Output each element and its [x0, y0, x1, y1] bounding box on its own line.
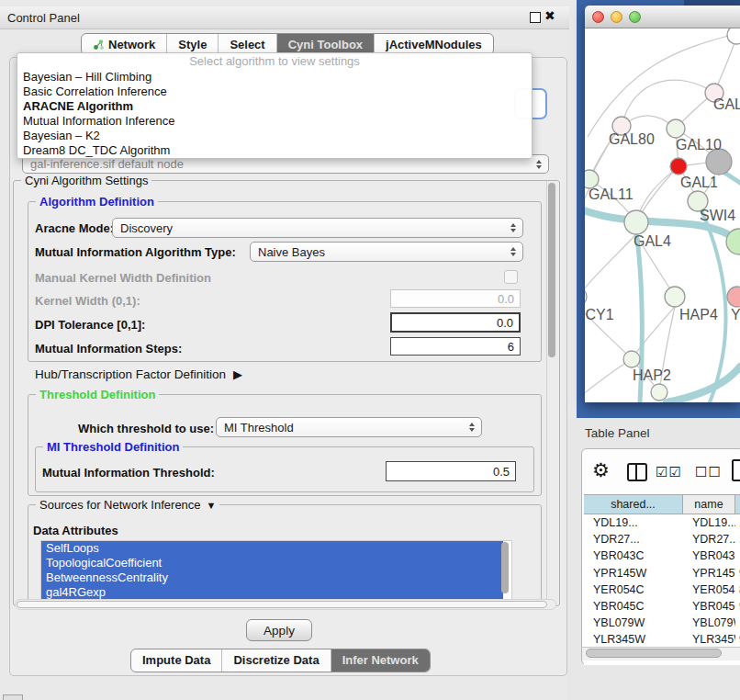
cell-name[interactable]: YBR043C — [683, 548, 735, 564]
tab-discretize-data[interactable]: Discretize Data — [221, 649, 330, 672]
tab-select-label: Select — [230, 38, 264, 51]
dropdown-item[interactable]: Mutual Information Inference — [17, 114, 532, 129]
node-gal1[interactable] — [670, 158, 687, 175]
dropdown-item[interactable]: Basic Correlation Inference — [17, 85, 532, 99]
cell-name[interactable]: YBL079W — [683, 615, 735, 631]
dropdown-item[interactable]: Bayesian – Hill Climbing — [17, 70, 532, 85]
cell-shared-name[interactable]: YDL19... — [584, 514, 683, 531]
tab-impute-data[interactable]: Impute Data — [131, 649, 221, 672]
cell-value[interactable]: 13 — [735, 514, 740, 531]
deselect-columns-icon[interactable]: ☐☐ — [695, 464, 722, 480]
table-row[interactable]: YDL19... YDL19... 13 — [584, 514, 740, 531]
node-label: GAL11 — [589, 186, 633, 202]
float-window-icon[interactable] — [530, 12, 541, 23]
tab-select[interactable]: Select — [218, 34, 275, 54]
dropdown-item[interactable]: Dream8 DC_TDC Algorithm — [17, 143, 532, 158]
cell-shared-name[interactable]: YLR345W — [584, 631, 683, 648]
node-gal4[interactable] — [624, 210, 648, 234]
cell-name[interactable]: YER054C — [683, 581, 735, 598]
table-row[interactable]: YLR345W YLR345W 9. — [584, 631, 740, 648]
sources-group-title[interactable]: Sources for Network Inference ▼ — [36, 498, 219, 512]
node-gal11[interactable] — [585, 170, 599, 188]
tab-cyni-toolbox[interactable]: Cyni Toolbox — [276, 34, 374, 54]
attribute-item[interactable]: BetweennessCentrality — [41, 570, 503, 585]
collapsed-widget[interactable] — [3, 694, 23, 700]
column-header-shared-name[interactable]: shared... — [584, 494, 683, 514]
minimize-traffic-light-icon[interactable] — [611, 11, 622, 23]
cell-name[interactable]: YLR345W — [683, 631, 735, 648]
close-icon[interactable]: ✖ — [544, 8, 555, 23]
dpi-tolerance-input[interactable]: 0.0 — [390, 312, 521, 333]
network-graph: GAL GAL80 GAL10 GAL1 GAL11 SWI4 GAL4 GCY… — [585, 28, 740, 402]
kernel-width-input[interactable]: 0.0 — [390, 289, 521, 308]
settings-vertical-scrollbar-thumb[interactable] — [548, 183, 555, 357]
cell-value[interactable]: 8. — [735, 581, 740, 598]
node-gcy1[interactable] — [585, 288, 587, 306]
mi-threshold-input[interactable]: 0.5 — [386, 461, 516, 481]
tab-network[interactable]: Network — [82, 34, 166, 54]
function-builder-icon[interactable] — [732, 459, 740, 481]
cell-value[interactable]: 12 — [735, 531, 740, 548]
tab-jactivemnodules[interactable]: jActiveMNodules — [374, 34, 493, 54]
cell-name[interactable]: YDL19... — [683, 514, 735, 531]
attribute-item[interactable]: SelfLoops — [41, 541, 503, 556]
node-hap2[interactable] — [623, 351, 640, 367]
gear-icon[interactable]: ⚙ — [592, 459, 610, 481]
mi-steps-input[interactable]: 6 — [390, 337, 521, 356]
cell-shared-name[interactable]: YBR043C — [584, 548, 683, 564]
cell-shared-name[interactable]: YER054C — [584, 581, 683, 598]
stepper-icon — [465, 423, 478, 432]
table-row[interactable]: YBR045C YBR045C 9. — [584, 598, 740, 615]
cell-value[interactable]: 9. — [735, 565, 740, 581]
column-header-name[interactable]: name — [683, 494, 735, 514]
table-row[interactable]: YBL079W YBL079W — [584, 615, 740, 631]
dropdown-item[interactable]: Bayesian – K2 — [17, 129, 532, 143]
kernel-width-label: Kernel Width (0,1): — [35, 294, 140, 308]
tab-infer-network[interactable]: Infer Network — [331, 649, 430, 672]
node-gal10[interactable] — [667, 119, 685, 138]
table-row[interactable]: YBR043C YBR043C — [584, 548, 740, 564]
node-hap4[interactable] — [665, 287, 685, 307]
attribute-item[interactable]: TopologicalCoefficient — [41, 556, 503, 570]
column-header-partial[interactable] — [735, 494, 740, 514]
select-columns-icon[interactable]: ☑☑ — [656, 464, 682, 480]
cell-name[interactable]: YBR045C — [683, 598, 735, 615]
settings-horizontal-scrollbar-thumb[interactable] — [17, 601, 547, 608]
list-vertical-scrollbar[interactable] — [501, 542, 509, 593]
tab-style[interactable]: Style — [166, 34, 218, 54]
which-threshold-combobox[interactable]: MI Threshold — [216, 417, 482, 437]
cell-name[interactable]: YPR145W — [683, 565, 735, 581]
mi-steps-label: Mutual Information Steps: — [35, 342, 182, 356]
cell-shared-name[interactable]: YBL079W — [584, 615, 683, 631]
cell-name[interactable]: YDR27... — [683, 531, 735, 548]
hub-definition-expander[interactable]: Hub/Transcription Factor Definition ▶ — [35, 367, 242, 381]
node[interactable] — [651, 384, 667, 401]
cell-value[interactable]: 9. — [735, 631, 740, 648]
table-row[interactable]: YDR27... YDR27... 12 — [584, 531, 740, 548]
node-y[interactable] — [727, 287, 740, 307]
table-horizontal-scrollbar-thumb[interactable] — [586, 649, 722, 658]
tab-network-label: Network — [108, 38, 155, 51]
cell-value[interactable] — [735, 548, 740, 564]
split-panel-icon[interactable] — [627, 463, 647, 481]
manual-kernel-width-checkbox[interactable] — [504, 270, 518, 284]
attribute-item[interactable]: gal4RGexp — [41, 585, 503, 600]
close-traffic-light-icon[interactable] — [592, 11, 604, 23]
zoom-traffic-light-icon[interactable] — [629, 11, 641, 23]
cell-shared-name[interactable]: YBR045C — [584, 598, 683, 615]
node[interactable] — [727, 28, 740, 44]
dropdown-item-selected[interactable]: ARACNE Algorithm — [17, 99, 532, 114]
mi-type-combobox[interactable]: Naive Bayes — [250, 242, 523, 262]
cell-value[interactable] — [735, 615, 740, 631]
cell-shared-name[interactable]: YDR27... — [584, 531, 683, 548]
network-window-titlebar[interactable] — [585, 6, 740, 28]
table-row[interactable]: YPR145W YPR145W 9. — [584, 565, 740, 581]
cell-value[interactable]: 9. — [735, 598, 740, 615]
cell-shared-name[interactable]: YPR145W — [584, 565, 683, 581]
aracne-mode-combobox[interactable]: Discovery — [112, 218, 523, 238]
table-row[interactable]: YER054C YER054C 8. — [584, 581, 740, 598]
node-gray[interactable] — [706, 149, 732, 175]
dpi-tolerance-label: DPI Tolerance [0,1]: — [35, 318, 145, 332]
network-canvas[interactable]: GAL GAL80 GAL10 GAL1 GAL11 SWI4 GAL4 GCY… — [585, 28, 740, 402]
apply-button[interactable]: Apply — [246, 619, 312, 641]
